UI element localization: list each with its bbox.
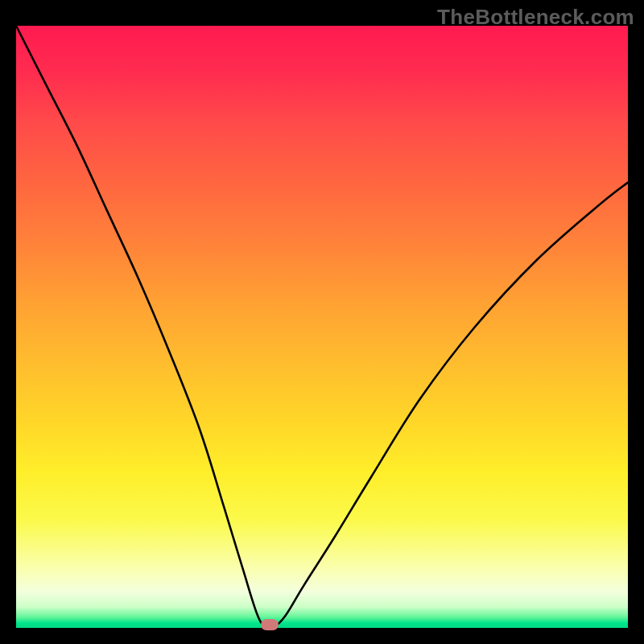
chart-frame: TheBottleneck.com <box>0 0 644 644</box>
bottleneck-curve <box>16 26 628 628</box>
plot-area <box>16 26 628 628</box>
optimal-point-marker <box>261 619 279 630</box>
